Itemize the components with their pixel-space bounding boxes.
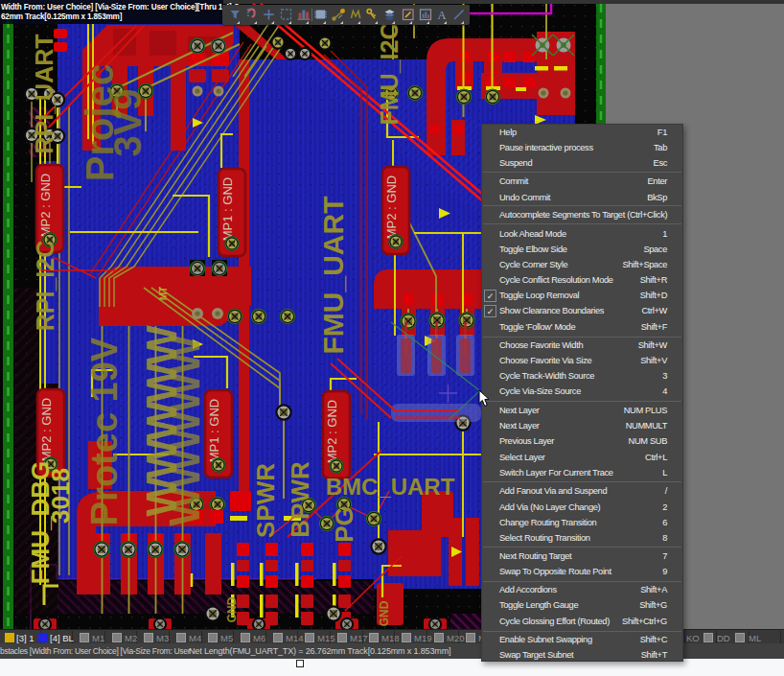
- svg-text:BPWR: BPWR: [286, 461, 314, 538]
- svg-text:FMU_I2C: FMU_I2C: [376, 23, 403, 126]
- svg-text:RPI_UART: RPI_UART: [31, 34, 58, 153]
- svg-text:Protec 19V: Protec 19V: [84, 337, 125, 525]
- svg-text:GND: GND: [225, 596, 239, 622]
- svg-text:BMC_UART: BMC_UART: [326, 474, 455, 500]
- svg-text:MP1 : GND: MP1 : GND: [207, 399, 221, 462]
- svg-text:MP1 : GND: MP1 : GND: [220, 177, 235, 241]
- svg-text:GND: GND: [378, 600, 391, 626]
- svg-text:MP2 : GND: MP2 : GND: [325, 400, 339, 463]
- svg-text:WWWWW: WWWWW: [161, 335, 208, 526]
- svg-text:A: A: [438, 9, 447, 22]
- svg-text:MP2 : GND: MP2 : GND: [384, 175, 399, 239]
- svg-text:MP2 : GND: MP2 : GND: [39, 398, 54, 461]
- svg-text:SPWR: SPWR: [251, 463, 280, 538]
- svg-text:3V9: 3V9: [106, 88, 149, 156]
- svg-text:FMU_UART: FMU_UART: [317, 197, 349, 355]
- svg-text:PG: PG: [330, 506, 358, 543]
- svg-text:3018: 3018: [46, 468, 75, 524]
- svg-text:MT: MT: [158, 287, 169, 300]
- svg-text:RPI_I2C: RPI_I2C: [32, 241, 58, 331]
- svg-text:MP2 : GND: MP2 : GND: [38, 174, 53, 237]
